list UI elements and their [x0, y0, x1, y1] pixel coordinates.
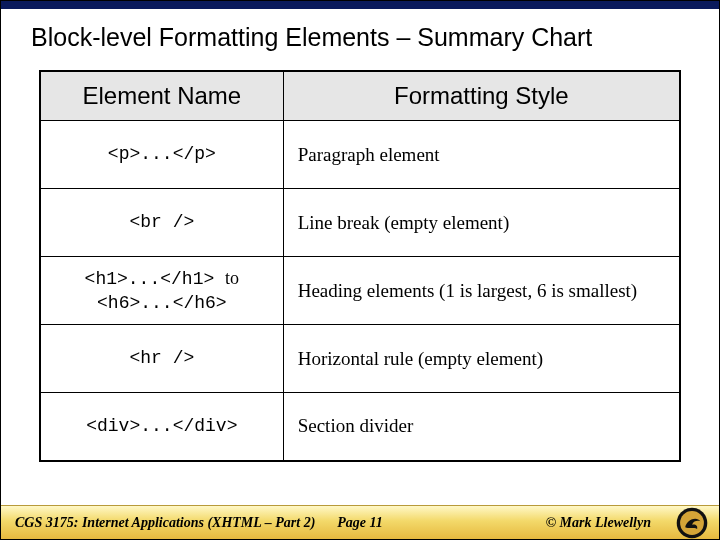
top-accent-bar	[1, 1, 719, 9]
table-row: <hr /> Horizontal rule (empty element)	[40, 325, 680, 393]
table-row: <br /> Line break (empty element)	[40, 189, 680, 257]
table-row: <h1>...</h1> to <h6>...</h6> Heading ele…	[40, 257, 680, 325]
table-row: <p>...</p> Paragraph element	[40, 121, 680, 189]
footer-bar: CGS 3175: Internet Applications (XHTML –…	[1, 505, 719, 539]
header-formatting-style: Formatting Style	[283, 71, 680, 121]
summary-table-wrapper: Element Name Formatting Style <p>...</p>…	[1, 62, 719, 462]
cell-element: <br />	[40, 189, 283, 257]
cell-element-line1: <h1>...</h1>	[85, 269, 215, 289]
cell-description: Section divider	[283, 393, 680, 461]
cell-description: Paragraph element	[283, 121, 680, 189]
summary-table: Element Name Formatting Style <p>...</p>…	[39, 70, 681, 462]
page-title: Block-level Formatting Elements – Summar…	[1, 9, 719, 62]
table-header-row: Element Name Formatting Style	[40, 71, 680, 121]
table-row: <div>...</div> Section divider	[40, 393, 680, 461]
cell-to-word: to	[225, 268, 239, 288]
footer-course: CGS 3175: Internet Applications (XHTML –…	[15, 515, 315, 531]
cell-description: Line break (empty element)	[283, 189, 680, 257]
footer-page: Page 11	[337, 515, 383, 531]
cell-element: <p>...</p>	[40, 121, 283, 189]
cell-description: Horizontal rule (empty element)	[283, 325, 680, 393]
cell-element: <h1>...</h1> to <h6>...</h6>	[40, 257, 283, 325]
pegasus-logo-icon	[675, 506, 709, 540]
footer-copyright: © Mark Llewellyn	[546, 515, 651, 531]
cell-element: <div>...</div>	[40, 393, 283, 461]
cell-element: <hr />	[40, 325, 283, 393]
header-element-name: Element Name	[40, 71, 283, 121]
cell-element-line2: <h6>...</h6>	[51, 291, 273, 315]
cell-description: Heading elements (1 is largest, 6 is sma…	[283, 257, 680, 325]
